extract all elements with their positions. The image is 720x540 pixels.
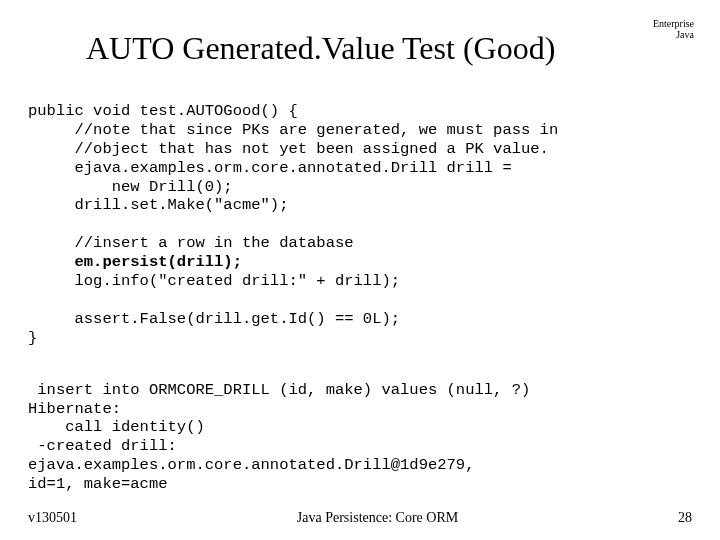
slide-title: AUTO Generated.Value Test (Good) bbox=[86, 30, 692, 67]
page-number: 28 bbox=[678, 510, 692, 526]
code-line: log.info("created drill:" + drill); bbox=[28, 272, 400, 290]
output-line: Hibernate: bbox=[28, 400, 121, 418]
code-line: } bbox=[28, 329, 37, 347]
output-line: id=1, make=acme bbox=[28, 475, 168, 493]
corner-line1: Enterprise bbox=[653, 18, 694, 29]
code-line: assert.False(drill.get.Id() == 0L); bbox=[28, 310, 400, 328]
output-line: -created drill: bbox=[28, 437, 177, 455]
code-line: //insert a row in the database bbox=[28, 234, 354, 252]
output-line: call identity() bbox=[28, 418, 205, 436]
corner-line2: Java bbox=[653, 29, 694, 40]
footer-version: v130501 bbox=[28, 510, 77, 526]
code-block: public void test.AUTOGood() { //note tha… bbox=[28, 83, 692, 348]
code-line: new Drill(0); bbox=[28, 178, 233, 196]
code-line: em.persist(drill); bbox=[28, 253, 242, 271]
output-line: ejava.examples.orm.core.annotated.Drill@… bbox=[28, 456, 474, 474]
output-line: insert into ORMCORE_DRILL (id, make) val… bbox=[28, 381, 530, 399]
corner-label: Enterprise Java bbox=[653, 18, 694, 40]
code-line: drill.set.Make("acme"); bbox=[28, 196, 288, 214]
footer-title: Java Persistence: Core ORM bbox=[77, 510, 678, 526]
output-block: insert into ORMCORE_DRILL (id, make) val… bbox=[28, 362, 692, 494]
code-line: ejava.examples.orm.core.annotated.Drill … bbox=[28, 159, 512, 177]
footer: v130501 Java Persistence: Core ORM 28 bbox=[28, 510, 692, 526]
code-line: public void test.AUTOGood() { bbox=[28, 102, 298, 120]
code-line: //object that has not yet been assigned … bbox=[28, 140, 549, 158]
code-line: //note that since PKs are generated, we … bbox=[28, 121, 558, 139]
